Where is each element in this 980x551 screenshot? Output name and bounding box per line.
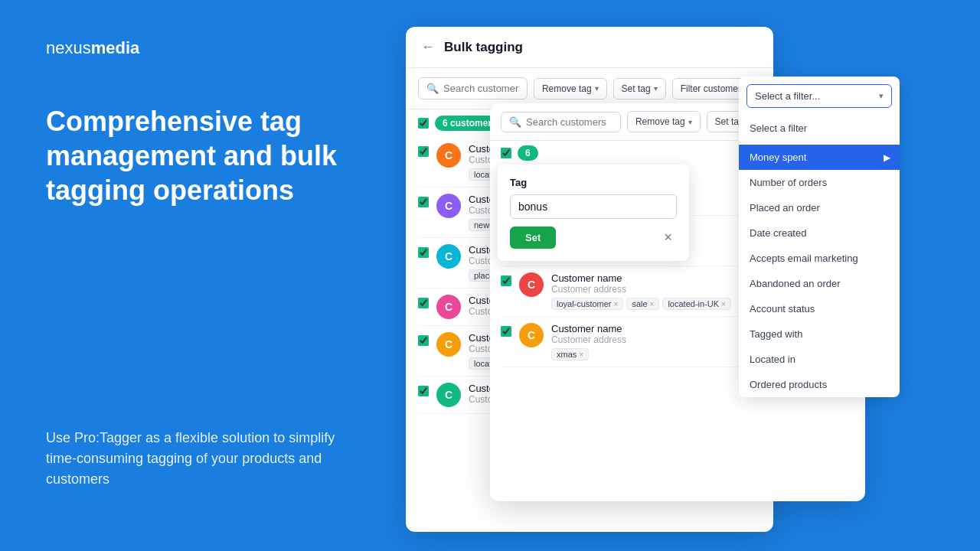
card-header: ← Bulk tagging xyxy=(406,27,773,68)
main-search-box[interactable]: 🔍 xyxy=(418,77,528,99)
customer-checkbox[interactable] xyxy=(501,326,511,337)
tag-popup-close-button[interactable]: × xyxy=(659,228,677,247)
tag-remove-icon[interactable]: × xyxy=(721,300,726,308)
filter-item-ordered-products[interactable]: Ordered products xyxy=(739,372,900,397)
back-button[interactable]: ← xyxy=(421,39,435,55)
tag-remove-icon[interactable]: × xyxy=(579,350,583,359)
remove-tag-chevron: ▾ xyxy=(595,84,599,93)
tag-remove-icon[interactable]: × xyxy=(650,300,655,308)
remove-tag-label: Remove tag xyxy=(542,83,592,94)
left-panel: nexusmedia Comprehensive tag management … xyxy=(0,0,398,551)
customer-checkbox[interactable] xyxy=(501,276,511,286)
logo: nexusmedia xyxy=(46,38,352,58)
filter-item-tagged-with[interactable]: Tagged with xyxy=(739,321,900,347)
tag-input[interactable] xyxy=(510,194,677,219)
right-panel: ← Bulk tagging 🔍 Remove tag ▾ Set tag ▾ … xyxy=(398,0,980,551)
avatar: C xyxy=(436,143,461,168)
customer-checkbox[interactable] xyxy=(418,335,429,346)
filter-item-select-a-filter[interactable]: Select a filter xyxy=(739,116,900,141)
remove-tag-button[interactable]: Remove tag ▾ xyxy=(534,78,607,99)
filter-item-money-spent[interactable]: Money spent ▶ xyxy=(739,145,900,170)
sc-selected-count-badge: 6 xyxy=(518,145,538,161)
customer-checkbox[interactable] xyxy=(418,386,429,396)
tag-chip: sale × xyxy=(626,298,659,310)
second-search-input[interactable] xyxy=(526,116,612,128)
filter-dropdown: Select a filter... ▾ Select a filter Mon… xyxy=(739,77,900,397)
sc-remove-tag-chevron: ▾ xyxy=(688,118,692,126)
tag-popup-footer: Set × xyxy=(510,227,677,249)
filter-select-text: Select a filter... xyxy=(755,90,820,102)
avatar: C xyxy=(436,244,461,269)
sc-remove-tag-button[interactable]: Remove tag ▾ xyxy=(627,111,701,132)
filter-customers-label: Filter customers xyxy=(681,83,746,94)
search-icon: 🔍 xyxy=(426,83,439,94)
avatar: C xyxy=(436,332,461,357)
filter-item-placed-an-order[interactable]: Placed an order xyxy=(739,195,900,220)
avatar: C xyxy=(519,323,544,347)
avatar: C xyxy=(436,194,461,218)
sc-select-all-checkbox[interactable] xyxy=(501,148,511,158)
second-search-box[interactable]: 🔍 xyxy=(501,112,621,132)
filter-item-number-of-orders[interactable]: Number of orders xyxy=(739,170,900,195)
select-all-checkbox[interactable] xyxy=(418,118,429,129)
avatar: C xyxy=(436,295,461,319)
filter-item-located-in[interactable]: Located in xyxy=(739,347,900,372)
filter-item-account-status[interactable]: Account status xyxy=(739,296,900,321)
tag-chip: located-in-UK × xyxy=(662,298,730,310)
logo-text: nexusmedia xyxy=(46,38,139,57)
logo-part1: nexus xyxy=(46,38,91,57)
customer-checkbox[interactable] xyxy=(418,146,429,157)
avatar: C xyxy=(519,272,544,297)
filter-item-accepts-email-marketing[interactable]: Accepts email marketing xyxy=(739,246,900,271)
avatar: C xyxy=(436,383,461,407)
customer-checkbox[interactable] xyxy=(418,247,429,258)
set-tag-confirm-button[interactable]: Set xyxy=(510,227,556,249)
customer-checkbox[interactable] xyxy=(418,298,429,308)
card-title: Bulk tagging xyxy=(444,40,523,55)
customer-checkbox[interactable] xyxy=(418,197,429,207)
sc-remove-tag-label: Remove tag xyxy=(635,116,685,127)
logo-part2: media xyxy=(91,38,140,57)
filter-item-date-created[interactable]: Date created xyxy=(739,220,900,246)
set-tag-chevron: ▾ xyxy=(654,84,658,93)
filter-divider xyxy=(739,142,900,143)
tag-chip: loyal-customer × xyxy=(551,298,623,310)
filter-item-abandoned-an-order[interactable]: Abandoned an order xyxy=(739,271,900,296)
description: Use Pro:Tagger as a flexible solution to… xyxy=(46,428,352,490)
set-tag-button[interactable]: Set tag ▾ xyxy=(613,78,666,99)
tag-remove-icon[interactable]: × xyxy=(614,300,619,308)
tagline: Comprehensive tag management and bulk ta… xyxy=(46,104,352,207)
tag-chip: xmas × xyxy=(551,348,589,360)
filter-select-chevron: ▾ xyxy=(879,91,884,101)
set-tag-label: Set tag xyxy=(622,83,651,94)
tag-popup-label: Tag xyxy=(510,177,677,188)
main-search-input[interactable] xyxy=(443,83,519,94)
search-icon: 🔍 xyxy=(509,116,521,128)
filter-select-input[interactable]: Select a filter... ▾ xyxy=(746,84,892,108)
tag-popup: Tag Set × xyxy=(498,165,689,261)
